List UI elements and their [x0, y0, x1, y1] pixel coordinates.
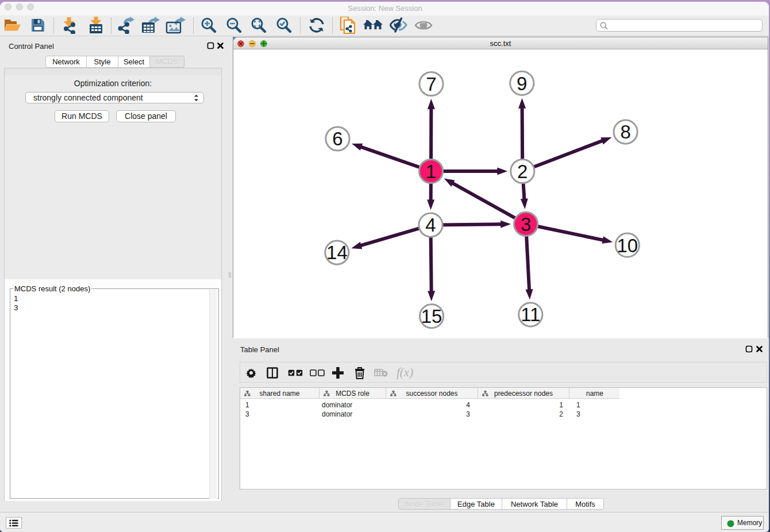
svg-text:8: 8	[620, 121, 630, 142]
svg-text:15: 15	[421, 306, 442, 327]
svg-text:9: 9	[517, 73, 527, 94]
svg-text:10: 10	[617, 235, 638, 256]
svg-text:7: 7	[426, 74, 436, 95]
svg-text:2: 2	[517, 161, 528, 182]
svg-text:3: 3	[521, 214, 531, 235]
svg-text:4: 4	[425, 214, 436, 236]
svg-text:6: 6	[332, 128, 342, 149]
svg-text:14: 14	[326, 242, 348, 263]
svg-text:1: 1	[426, 161, 436, 182]
svg-text:11: 11	[521, 304, 540, 325]
